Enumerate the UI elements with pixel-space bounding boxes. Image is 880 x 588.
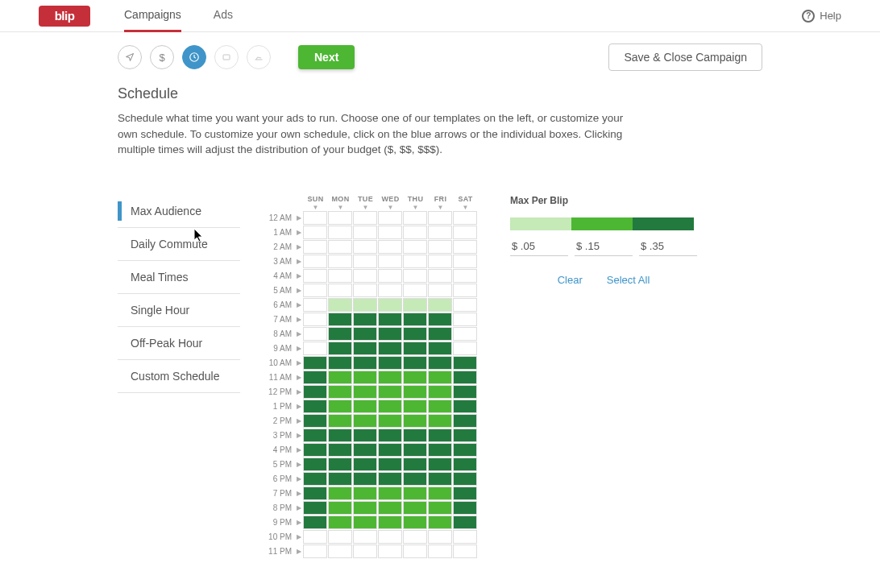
schedule-cell[interactable] [453, 429, 477, 442]
schedule-cell[interactable] [353, 385, 377, 399]
schedule-cell[interactable] [428, 284, 452, 297]
row-arrow-icon[interactable]: ▶ [295, 287, 303, 294]
schedule-cell[interactable] [328, 458, 352, 471]
schedule-cell[interactable] [353, 226, 377, 239]
day-header[interactable]: WED▼ [378, 195, 403, 211]
schedule-cell[interactable] [353, 472, 377, 486]
help-link[interactable]: ? Help [802, 10, 841, 23]
schedule-cell[interactable] [378, 211, 402, 225]
row-arrow-icon[interactable]: ▶ [295, 272, 303, 280]
schedule-cell[interactable] [453, 356, 477, 370]
schedule-cell[interactable] [328, 443, 352, 457]
template-item[interactable]: Single Hour [118, 294, 240, 327]
schedule-cell[interactable] [378, 269, 402, 283]
schedule-cell[interactable] [353, 487, 377, 500]
schedule-cell[interactable] [453, 211, 477, 225]
day-header[interactable]: MON▼ [328, 195, 353, 211]
swatch-mid[interactable] [571, 217, 633, 230]
day-header[interactable]: FRI▼ [428, 195, 453, 211]
schedule-cell[interactable] [303, 327, 327, 341]
template-item[interactable]: Max Audience [118, 195, 240, 228]
schedule-cell[interactable] [328, 284, 352, 297]
schedule-cell[interactable] [378, 226, 402, 239]
schedule-cell[interactable] [303, 298, 327, 312]
schedule-cell[interactable] [428, 226, 452, 239]
schedule-cell[interactable] [378, 400, 402, 413]
schedule-cell[interactable] [428, 385, 452, 399]
schedule-cell[interactable] [328, 530, 352, 544]
schedule-cell[interactable] [303, 516, 327, 529]
schedule-cell[interactable] [303, 414, 327, 428]
price-high[interactable]: $ .35 [639, 237, 697, 256]
nav-tab-ads[interactable]: Ads [214, 0, 233, 32]
schedule-cell[interactable] [328, 313, 352, 326]
schedule-cell[interactable] [378, 284, 402, 297]
schedule-cell[interactable] [378, 385, 402, 399]
schedule-cell[interactable] [328, 414, 352, 428]
schedule-cell[interactable] [453, 385, 477, 399]
schedule-cell[interactable] [303, 371, 327, 384]
schedule-cell[interactable] [403, 385, 427, 399]
template-item[interactable]: Off-Peak Hour [118, 327, 240, 360]
swatch-high[interactable] [633, 217, 694, 230]
schedule-cell[interactable] [453, 313, 477, 326]
step-budget[interactable]: $ [150, 45, 174, 69]
schedule-cell[interactable] [403, 487, 427, 500]
brand-logo[interactable]: blip [39, 6, 90, 27]
schedule-cell[interactable] [328, 400, 352, 413]
row-arrow-icon[interactable]: ▶ [295, 533, 303, 540]
schedule-cell[interactable] [428, 269, 452, 283]
schedule-cell[interactable] [303, 385, 327, 399]
row-arrow-icon[interactable]: ▶ [295, 519, 303, 526]
row-arrow-icon[interactable]: ▶ [295, 374, 303, 381]
schedule-cell[interactable] [328, 269, 352, 283]
schedule-cell[interactable] [303, 342, 327, 355]
price-low[interactable]: $ .05 [510, 237, 568, 256]
schedule-cell[interactable] [453, 530, 477, 544]
schedule-cell[interactable] [378, 414, 402, 428]
schedule-cell[interactable] [403, 269, 427, 283]
row-arrow-icon[interactable]: ▶ [295, 214, 303, 222]
day-header[interactable]: TUE▼ [353, 195, 378, 211]
row-arrow-icon[interactable]: ▶ [295, 403, 303, 410]
schedule-cell[interactable] [453, 501, 477, 515]
schedule-cell[interactable] [428, 458, 452, 471]
schedule-cell[interactable] [378, 371, 402, 384]
schedule-cell[interactable] [403, 371, 427, 384]
schedule-cell[interactable] [403, 400, 427, 413]
schedule-cell[interactable] [428, 342, 452, 355]
row-arrow-icon[interactable]: ▶ [295, 548, 303, 555]
next-button[interactable]: Next [298, 45, 355, 69]
schedule-cell[interactable] [353, 545, 377, 558]
row-arrow-icon[interactable]: ▶ [295, 490, 303, 497]
schedule-cell[interactable] [303, 429, 327, 442]
schedule-cell[interactable] [378, 356, 402, 370]
schedule-cell[interactable] [428, 516, 452, 529]
template-item[interactable]: Daily Commute [118, 228, 240, 261]
schedule-cell[interactable] [353, 429, 377, 442]
schedule-cell[interactable] [403, 516, 427, 529]
schedule-cell[interactable] [428, 487, 452, 500]
swatch-low[interactable] [510, 217, 571, 230]
schedule-cell[interactable] [303, 530, 327, 544]
schedule-cell[interactable] [453, 240, 477, 254]
schedule-cell[interactable] [378, 501, 402, 515]
schedule-cell[interactable] [428, 400, 452, 413]
schedule-cell[interactable] [328, 298, 352, 312]
schedule-cell[interactable] [353, 269, 377, 283]
schedule-cell[interactable] [353, 327, 377, 341]
schedule-cell[interactable] [328, 255, 352, 268]
schedule-cell[interactable] [303, 487, 327, 500]
schedule-cell[interactable] [453, 255, 477, 268]
schedule-cell[interactable] [378, 443, 402, 457]
schedule-cell[interactable] [403, 226, 427, 239]
schedule-cell[interactable] [303, 472, 327, 486]
schedule-cell[interactable] [378, 530, 402, 544]
save-close-button[interactable]: Save & Close Campaign [608, 43, 762, 71]
schedule-cell[interactable] [353, 342, 377, 355]
schedule-cell[interactable] [378, 487, 402, 500]
schedule-cell[interactable] [403, 429, 427, 442]
schedule-cell[interactable] [378, 472, 402, 486]
clear-button[interactable]: Clear [558, 274, 583, 286]
schedule-cell[interactable] [378, 516, 402, 529]
